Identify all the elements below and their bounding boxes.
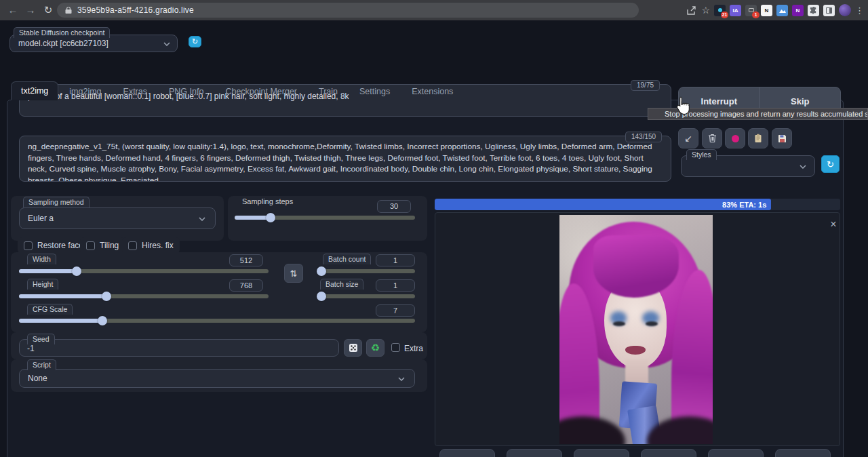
- share-icon[interactable]: [686, 5, 697, 16]
- width-input[interactable]: 512: [229, 254, 263, 266]
- browser-menu-icon[interactable]: ⋮: [855, 5, 864, 16]
- save-style-button[interactable]: [772, 128, 792, 148]
- extensions-puzzle-icon[interactable]: [808, 5, 819, 16]
- address-bar[interactable]: 359e5b9a-a5ff-4216.gradio.live: [57, 3, 639, 18]
- extension-screenshot-icon[interactable]: 1: [745, 5, 757, 16]
- extension-onenote-icon[interactable]: N: [792, 5, 804, 16]
- batch-count-slider[interactable]: [317, 269, 415, 273]
- reload-icon[interactable]: ↻: [41, 3, 56, 18]
- width-slider[interactable]: [19, 269, 269, 273]
- gallery-action-button[interactable]: [439, 449, 495, 457]
- prompt-token-counter: 19/75: [631, 80, 660, 91]
- script-dropdown[interactable]: None: [19, 369, 415, 388]
- cfg-scale-input[interactable]: 7: [376, 304, 415, 317]
- restore-faces-checkbox[interactable]: [24, 241, 33, 250]
- paste-params-button[interactable]: ↙: [678, 128, 698, 148]
- save-floppy-icon: [778, 134, 787, 143]
- random-seed-button[interactable]: [344, 339, 362, 357]
- extra-networks-button[interactable]: [725, 128, 745, 148]
- extra-seed-checkbox[interactable]: [391, 343, 400, 352]
- cfg-scale-slider[interactable]: [19, 319, 415, 323]
- generated-image[interactable]: [559, 215, 713, 444]
- sidebar-toggle-icon[interactable]: [823, 5, 835, 16]
- negative-prompt-input[interactable]: ng_deepnegative_v1_75t, (worst quality, …: [19, 136, 671, 182]
- gallery-action-button[interactable]: [708, 449, 764, 457]
- screen: ← → ↻ 359e5b9a-a5ff-4216.gradio.live ☆ 2…: [0, 0, 868, 457]
- tab-img2img[interactable]: img2img: [58, 83, 112, 100]
- tab-train[interactable]: Train: [308, 83, 349, 100]
- extension-ia-icon[interactable]: IA: [730, 5, 741, 16]
- reuse-seed-button[interactable]: ♻: [366, 339, 384, 357]
- forward-icon[interactable]: →: [23, 3, 38, 18]
- close-icon[interactable]: ×: [827, 218, 840, 231]
- progress-bar: 83% ETA: 1s: [435, 199, 840, 210]
- tab-png-info[interactable]: PNG Info: [158, 83, 214, 100]
- sampling-method-value: Euler a: [28, 214, 54, 223]
- batch-size-slider[interactable]: [317, 294, 415, 298]
- tab-checkpoint-merger[interactable]: Checkpoint Merger: [214, 83, 308, 100]
- tiling-checkbox[interactable]: [86, 241, 95, 250]
- extension-chart-icon[interactable]: 21: [714, 5, 726, 16]
- clear-prompt-button[interactable]: [702, 128, 722, 148]
- gallery-action-button[interactable]: [775, 449, 831, 457]
- extension-notion-icon[interactable]: N: [761, 5, 772, 16]
- progress-label: 83% ETA: 1s: [722, 201, 766, 209]
- slider-thumb[interactable]: [98, 316, 107, 325]
- swap-arrows-icon: ⇅: [290, 269, 298, 279]
- width-label: Width: [27, 254, 56, 264]
- sampling-steps-input[interactable]: 30: [377, 200, 411, 213]
- browser-toolbar: ← → ↻ 359e5b9a-a5ff-4216.gradio.live ☆ 2…: [0, 0, 868, 20]
- extension-badge: 1: [752, 12, 760, 18]
- slider-thumb[interactable]: [72, 266, 81, 276]
- tab-extensions[interactable]: Extensions: [401, 83, 464, 100]
- sampling-method-dropdown[interactable]: Euler a: [19, 207, 216, 229]
- recycle-icon: ♻: [371, 342, 380, 354]
- checkpoint-label: Stable Diffusion checkpoint: [14, 27, 110, 38]
- seed-input[interactable]: -1: [19, 339, 339, 357]
- slider-thumb[interactable]: [102, 292, 111, 301]
- extensions-row: ☆ 21 IA 1 N N ⋮: [686, 2, 864, 18]
- gallery-action-button[interactable]: [574, 449, 629, 457]
- cfg-scale-label: CFG Scale: [27, 304, 73, 315]
- profile-avatar[interactable]: [839, 4, 851, 16]
- cursor-pointer-icon: [675, 96, 691, 116]
- slider-thumb[interactable]: [317, 266, 326, 276]
- tab-extras[interactable]: Extras: [113, 83, 158, 100]
- gallery-action-button[interactable]: [507, 449, 562, 457]
- extension-image-icon[interactable]: [776, 5, 788, 16]
- hires-fix-checkbox[interactable]: [128, 241, 137, 250]
- hires-fix-option[interactable]: Hires. fix: [122, 237, 180, 254]
- extra-seed-label: Extra: [404, 344, 423, 353]
- slider-thumb[interactable]: [317, 292, 326, 301]
- url-text: 359e5b9a-a5ff-4216.gradio.live: [77, 5, 194, 15]
- styles-refresh-icon[interactable]: ↻: [821, 155, 840, 173]
- gallery-action-button[interactable]: [641, 449, 696, 457]
- sampling-steps-label: Sampling steps: [237, 197, 298, 207]
- height-slider[interactable]: [19, 294, 269, 298]
- height-input[interactable]: 768: [229, 279, 263, 292]
- tab-settings[interactable]: Settings: [349, 83, 401, 100]
- batch-count-input[interactable]: 1: [376, 254, 415, 266]
- batch-count-label: Batch count: [323, 254, 371, 264]
- gradio-app: Stable Diffusion checkpoint model.ckpt […: [0, 20, 868, 457]
- seed-value: -1: [27, 344, 35, 353]
- checkpoint-refresh-icon[interactable]: ↻: [189, 36, 201, 47]
- lock-icon: [65, 6, 72, 14]
- chevron-down-icon: [800, 165, 806, 169]
- checkpoint-value: model.ckpt [cc6cb27103]: [18, 39, 108, 48]
- apply-style-button[interactable]: [748, 128, 768, 148]
- tab-bar: txt2img img2img Extras PNG Info Checkpoi…: [11, 81, 464, 100]
- clipboard-icon: [754, 134, 762, 143]
- tab-txt2img[interactable]: txt2img: [11, 81, 58, 100]
- batch-size-input[interactable]: 1: [376, 279, 415, 292]
- back-icon[interactable]: ←: [5, 3, 20, 18]
- sampling-steps-slider[interactable]: [235, 216, 415, 220]
- chevron-down-icon: [398, 377, 405, 381]
- styles-label: Styles: [686, 149, 717, 160]
- bookmark-star-icon[interactable]: ☆: [701, 5, 710, 16]
- extra-networks-icon: [732, 135, 739, 142]
- height-label: Height: [27, 279, 58, 290]
- swap-dimensions-button[interactable]: ⇅: [284, 264, 303, 283]
- extension-badge: 21: [721, 12, 728, 18]
- tiling-option[interactable]: Tiling: [80, 237, 125, 254]
